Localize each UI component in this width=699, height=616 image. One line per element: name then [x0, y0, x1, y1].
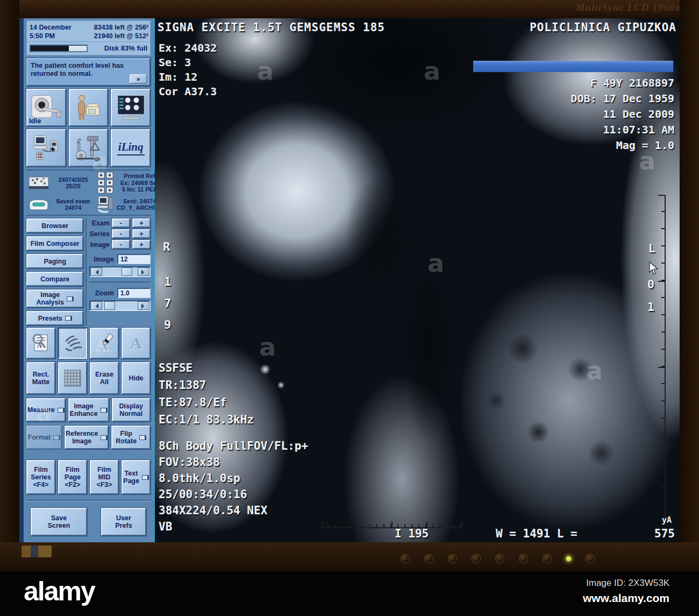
ilinq-button[interactable]: iLinq [111, 129, 151, 167]
series-plus-button[interactable]: + [132, 229, 151, 238]
image-analysis-button[interactable]: Image Analysis [26, 289, 83, 308]
series-minus-button[interactable]: - [112, 229, 130, 238]
monitor-button[interactable] [401, 554, 410, 563]
disk-usage-fill [31, 46, 69, 51]
control-panel: 14 December 5:50 PM 83438 left @ 256² 21… [19, 18, 155, 542]
paging-button[interactable]: Paging [26, 254, 83, 268]
measure-button[interactable]: Measure [26, 398, 66, 422]
message-next-button[interactable]: » [130, 74, 147, 83]
display-normal-button[interactable]: Display Normal [112, 398, 151, 422]
exam-stepper: Exam - + [89, 218, 151, 228]
service-tools-button[interactable] [69, 129, 109, 167]
printer-icon [27, 198, 50, 211]
grid-matte-button[interactable] [58, 362, 87, 394]
hide-button[interactable]: Hide [122, 362, 151, 394]
annotate-text-tool-button[interactable]: A [90, 328, 119, 359]
disk-usage-bar [30, 45, 88, 52]
monitor-button[interactable] [519, 554, 528, 563]
sequence-label: SSFSE [159, 359, 254, 377]
grid-icon [63, 369, 82, 387]
scroll-right-arrow-icon[interactable] [138, 301, 149, 310]
tr-label: TR:1387 [159, 377, 254, 394]
date-label: 14 December [30, 23, 72, 32]
image-plus-button[interactable]: + [132, 240, 151, 249]
image-minus-button[interactable]: - [112, 240, 130, 249]
series-stepper: Series - + [89, 229, 151, 238]
bezel-right [680, 0, 699, 543]
film-composer-button[interactable]: Film Composer [26, 236, 83, 251]
vb-label: VB [159, 519, 308, 535]
monitor-button[interactable] [472, 554, 481, 563]
right-scale-numbers: 0 1 [647, 273, 654, 318]
exam-minus-button[interactable]: - [112, 218, 130, 228]
film-frames-icon [97, 172, 114, 194]
pan-hand-tool-button[interactable] [58, 328, 87, 359]
exam-plus-button[interactable]: + [132, 218, 151, 228]
user-prefs-button[interactable]: User Prefs [101, 508, 146, 536]
menu-indicator-icon [53, 435, 60, 440]
time-label: 5:50 PM [30, 32, 72, 40]
monitor-button[interactable] [424, 554, 433, 563]
exam-number-label: Ex: 24032 [159, 41, 217, 55]
flip-rotate-button[interactable]: Flip Rotate [111, 426, 151, 449]
film-mid-button[interactable]: Film MID <F3> [90, 460, 119, 494]
fov-label: FOV:38x38 [159, 454, 308, 470]
series-number-label: Se: 3 [159, 55, 217, 70]
report-tool-button[interactable]: A [26, 328, 55, 359]
monitor-button[interactable] [448, 554, 457, 563]
sent-computer-icon [96, 195, 115, 214]
navigation-controls: Browser Film Composer Paging Compare Ima… [26, 218, 151, 325]
exam-info-block: Ex: 24032 Se: 3 Im: 12 Cor A37.3 [159, 41, 217, 99]
mri-viewport[interactable]: SIGNA EXCITE 1.5T GEMSGEMSS 185 POLICLIN… [155, 18, 680, 542]
film-buttons-row: Film Series <F4> Film Page <F2> Film MID… [26, 460, 151, 494]
scroll-left-arrow-icon[interactable] [90, 267, 102, 276]
menu-indicator-icon [67, 296, 74, 301]
zoom-value-field[interactable]: 1.0 [117, 288, 151, 298]
hand-icon [62, 332, 83, 354]
image-enhance-button[interactable]: Image Enhance [68, 398, 109, 422]
monitor-button[interactable] [543, 554, 552, 563]
image-stepper: Image - + [89, 240, 151, 249]
system-info-section: 14 December 5:50 PM 83438 left @ 256² 21… [26, 20, 151, 55]
scanner-id-label: SIGNA EXCITE 1.5T GEMSGEMSS 185 [158, 21, 385, 34]
compare-button[interactable]: Compare [26, 272, 83, 286]
reference-image-button[interactable]: Reference Image [65, 426, 109, 449]
scroll-left-arrow-icon[interactable] [90, 301, 102, 310]
browser-button[interactable]: Browser [26, 218, 83, 233]
presets-button[interactable]: Presets [26, 311, 83, 325]
rect-matte-button[interactable]: Rect. Matte [26, 362, 55, 394]
exam-counts-label: 24074/3/25 25/25 [52, 176, 94, 190]
scroll-right-arrow-icon[interactable] [138, 267, 149, 276]
ilinq-label: iLinq [117, 140, 145, 155]
intensity-label: I 195 [395, 527, 429, 540]
plain-text-tool-button[interactable]: A [122, 328, 151, 359]
film-page-button[interactable]: Film Page <F2> [58, 460, 87, 494]
watermark-logo: alamy [24, 576, 95, 607]
patient-archive-button[interactable] [69, 89, 109, 126]
film-series-button[interactable]: Film Series <F4> [26, 460, 55, 494]
image-number-field[interactable]: 12 [117, 254, 151, 264]
monitor-power-button[interactable] [586, 554, 595, 563]
zoom-scrollbar-thumb[interactable] [104, 301, 115, 310]
menu-indicator-icon [142, 475, 149, 480]
save-screen-button[interactable]: Save Screen [31, 508, 87, 536]
zoom-scrollbar[interactable] [89, 300, 151, 311]
image-scrollbar[interactable] [89, 266, 151, 277]
workstation-button[interactable] [26, 129, 66, 167]
monitor-brand-label: MultiSync LCD 1960xi [575, 2, 684, 13]
storage-256-label: 83438 left @ 256² [94, 23, 148, 32]
erase-all-button[interactable]: Erase All [90, 362, 119, 394]
monitor-button[interactable] [495, 554, 504, 563]
menu-indicator-icon [101, 408, 108, 413]
watermark-image-id: Image ID: 2X3W53K [586, 578, 669, 589]
window-level-label: W = 1491 L = [496, 527, 577, 540]
study-date-label: 11 Dec 2009 [570, 107, 674, 122]
text-page-button[interactable]: Text Page [122, 460, 151, 494]
left-scale-numbers: 1 7 9 [164, 271, 171, 336]
image-scrollbar-thumb[interactable] [122, 267, 132, 276]
matrix-label: 384X224/0.54 NEX [159, 502, 308, 519]
scanner-status-button[interactable]: Idle [26, 89, 66, 126]
menu-indicator-icon [139, 435, 146, 440]
image-viewer-button[interactable] [111, 89, 151, 126]
format-button[interactable]: Format [26, 426, 62, 449]
